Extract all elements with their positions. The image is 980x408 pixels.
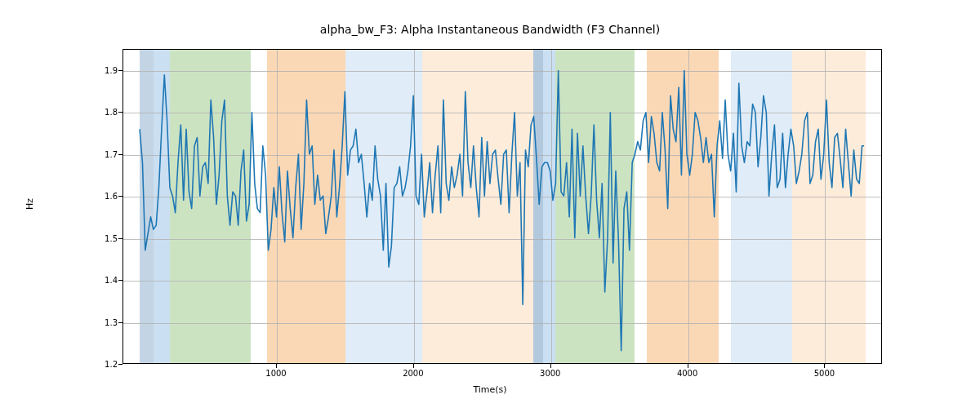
x-tick-label: 3000 [540,369,560,378]
y-tick-label: 1.2 [85,360,118,369]
y-tick-mark [118,364,122,365]
y-tick-label: 1.5 [85,233,118,242]
y-tick-label: 1.6 [85,192,118,201]
x-tick-label: 5000 [814,369,835,378]
x-tick-mark [276,364,277,368]
x-tick-mark [550,364,551,368]
x-tick-mark [413,364,414,368]
y-tick-label: 1.8 [85,108,118,117]
y-tick-mark [118,238,122,239]
plot-area [122,49,882,364]
y-tick-mark [118,154,122,155]
y-tick-label: 1.7 [85,149,118,158]
chart-title: alpha_bw_F3: Alpha Instantaneous Bandwid… [0,23,980,36]
line-series [123,50,881,363]
series-path [140,71,864,351]
y-tick-mark [118,280,122,281]
y-axis-label: Hz [24,198,35,210]
x-tick-mark [824,364,825,368]
x-axis-label: Time(s) [0,384,980,395]
x-tick-label: 2000 [403,369,423,378]
y-tick-mark [118,70,122,71]
x-tick-label: 1000 [265,369,286,378]
y-tick-label: 1.3 [85,317,118,326]
y-tick-label: 1.4 [85,276,118,285]
y-tick-mark [118,112,122,113]
x-tick-label: 4000 [677,369,697,378]
y-tick-label: 1.9 [85,65,118,74]
y-tick-mark [118,196,122,197]
x-tick-mark [688,364,688,368]
chart-figure: alpha_bw_F3: Alpha Instantaneous Bandwid… [0,0,980,408]
y-tick-mark [118,322,122,323]
